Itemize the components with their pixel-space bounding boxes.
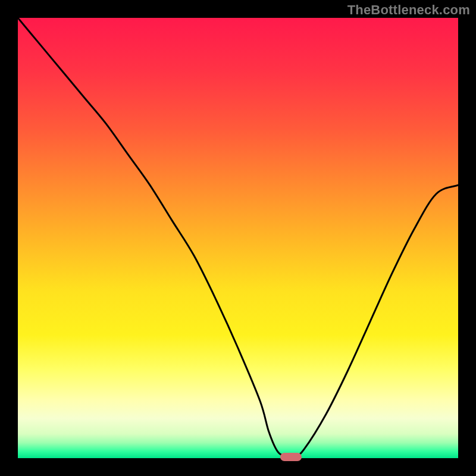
chart-frame: TheBottleneck.com bbox=[0, 0, 476, 476]
curve-layer bbox=[18, 18, 458, 458]
plot-area bbox=[18, 18, 458, 458]
bottleneck-curve bbox=[18, 18, 458, 456]
watermark-text: TheBottleneck.com bbox=[347, 2, 470, 18]
optimal-marker bbox=[280, 453, 302, 461]
